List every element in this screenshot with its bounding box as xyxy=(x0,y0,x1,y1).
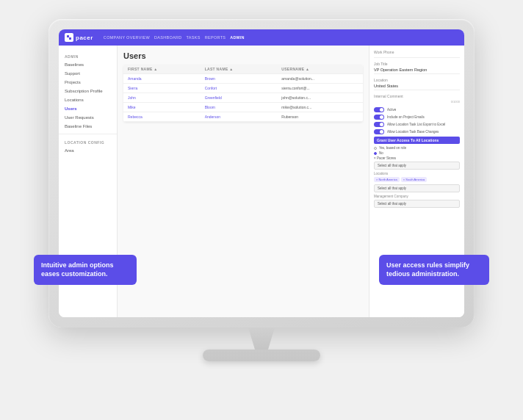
toggle-export-label: Allow Location Task List Export to Excel xyxy=(387,123,445,126)
col-firstname[interactable]: FIRST NAME ▲ xyxy=(128,67,205,71)
sidebar-item-user-requests[interactable]: User Requests xyxy=(59,113,117,122)
sidebar-item-projects[interactable]: Projects xyxy=(59,78,117,87)
cell-firstname-4: Rebecca xyxy=(128,115,205,119)
cell-username-0: amanda@solution... xyxy=(281,76,358,81)
col-lastname[interactable]: LAST NAME ▲ xyxy=(205,67,282,71)
management-dropdown[interactable]: Select all that apply xyxy=(374,200,460,208)
radio-yes-dot[interactable] xyxy=(374,147,377,150)
toggle-export[interactable]: Allow Location Task List Export to Excel xyxy=(374,122,460,127)
sidebar-divider xyxy=(59,134,117,134)
monitor-body: pacer COMPANY OVERVIEW DASHBOARD TASKS R… xyxy=(48,19,475,327)
cell-firstname-3: Mike xyxy=(128,105,205,109)
job-title-value[interactable]: VP Operation Eastern Region xyxy=(374,68,460,74)
callout-left: Intuitive admin options eases customizat… xyxy=(34,255,137,285)
nav-company-overview[interactable]: COMPANY OVERVIEW xyxy=(104,35,150,40)
radio-no-label: No xyxy=(379,151,383,155)
cell-firstname-0: Amanda xyxy=(128,76,205,81)
internal-comment-label: Internal Comment xyxy=(374,94,460,98)
cell-username-1: sierra.confort@... xyxy=(281,86,358,90)
toggle-project-emails-label: Include on Project Emails xyxy=(387,115,425,119)
sidebar-item-locations[interactable]: Locations xyxy=(59,95,117,104)
nav-logo-text: pacer xyxy=(76,35,93,41)
svg-rect-1 xyxy=(69,37,71,40)
work-phone-group: Work Phone xyxy=(374,50,460,58)
radio-no[interactable]: No xyxy=(374,151,460,155)
cell-lastname-4: Anderson xyxy=(205,115,282,119)
grant-stores-label: × Pacer Stores xyxy=(374,156,460,160)
location-group: Location United States xyxy=(374,78,460,90)
table-row[interactable]: Rebecca Anderson Rubenson xyxy=(123,112,363,122)
nav-admin[interactable]: ADMIN xyxy=(230,35,245,40)
users-panel: Users FIRST NAME ▲ LAST NAME ▲ USERNAME … xyxy=(118,46,369,317)
cell-username-4: Rubenson xyxy=(281,115,358,119)
radio-no-dot[interactable] xyxy=(374,152,377,155)
toggle-project-emails[interactable]: Include on Project Emails xyxy=(374,115,460,120)
table-row[interactable]: Mike Bloom mike@solution.c... xyxy=(123,103,363,112)
sidebar-item-baselines[interactable]: Baselines xyxy=(59,60,117,69)
col-username[interactable]: USERNAME ▲ xyxy=(281,67,358,71)
toggle-task-changes-switch[interactable] xyxy=(374,129,384,134)
users-title: Users xyxy=(123,51,363,60)
grant-access-header: Grant User Access To All Locations xyxy=(374,137,460,144)
toggle-export-switch[interactable] xyxy=(374,122,384,127)
char-count: 0/1000 xyxy=(451,100,460,104)
tag-south-america[interactable]: × South America xyxy=(401,177,427,182)
nav-reports[interactable]: REPORTS xyxy=(205,35,226,40)
nav-tasks[interactable]: TASKS xyxy=(187,35,201,40)
work-phone-label: Work Phone xyxy=(374,50,460,54)
nav-links: COMPANY OVERVIEW DASHBOARD TASKS REPORTS… xyxy=(104,35,245,40)
table-row[interactable]: Amanda Brown amanda@solution... xyxy=(123,74,363,84)
radio-yes[interactable]: Yes, based on role xyxy=(374,146,460,150)
nav-dashboard[interactable]: DASHBOARD xyxy=(154,35,182,40)
radio-yes-label: Yes, based on role xyxy=(379,146,406,150)
sidebar-item-subscription[interactable]: Subscription Profile xyxy=(59,87,117,95)
location-label: Location xyxy=(374,78,460,82)
sidebar-item-users[interactable]: Users xyxy=(59,104,117,113)
sidebar-item-support[interactable]: Support xyxy=(59,69,117,78)
job-title-label: Job Title xyxy=(374,62,460,66)
cell-firstname-1: Sierra xyxy=(128,86,205,90)
table-row[interactable]: John Greenfield john@solution.c... xyxy=(123,93,363,103)
location-tags: × North America × South America xyxy=(374,177,460,182)
internal-comment-group: Internal Comment 0/1000 xyxy=(374,94,460,104)
tag-north-america[interactable]: × North America xyxy=(374,177,400,182)
cell-firstname-2: John xyxy=(128,95,205,100)
nav-logo: pacer xyxy=(65,33,93,42)
toggle-project-emails-switch[interactable] xyxy=(374,115,384,120)
cell-lastname-3: Bloom xyxy=(205,105,282,109)
svg-rect-0 xyxy=(67,35,69,37)
management-company-label: Management Company xyxy=(374,195,460,198)
users-table: FIRST NAME ▲ LAST NAME ▲ USERNAME ▲ Aman… xyxy=(123,65,363,122)
table-header: FIRST NAME ▲ LAST NAME ▲ USERNAME ▲ xyxy=(123,65,363,74)
sidebar-admin-label: ADMIN xyxy=(59,51,117,60)
locations-label: Locations xyxy=(374,172,460,175)
cell-lastname-2: Greenfield xyxy=(205,95,282,100)
callout-right-text: User access rules simplify tedious admin… xyxy=(386,261,469,278)
sidebar-location-config-label: LOCATION CONFIG xyxy=(59,137,117,146)
table-row[interactable]: Sierra Confort sierra.confort@... xyxy=(123,84,363,93)
monitor-neck xyxy=(239,327,284,350)
stores-dropdown[interactable]: Select all that apply xyxy=(374,162,460,170)
monitor-wrapper: pacer COMPANY OVERVIEW DASHBOARD TASKS R… xyxy=(41,19,482,401)
cell-lastname-1: Confort xyxy=(205,86,282,90)
cell-username-3: mike@solution.c... xyxy=(281,105,358,109)
location-value[interactable]: United States xyxy=(374,84,460,90)
toggle-active-switch[interactable] xyxy=(374,107,384,112)
callout-right: User access rules simplify tedious admin… xyxy=(379,255,489,285)
pacer-logo-icon xyxy=(65,33,73,42)
work-phone-value[interactable] xyxy=(374,56,460,58)
toggle-active-label: Active xyxy=(387,108,396,112)
top-nav: pacer COMPANY OVERVIEW DASHBOARD TASKS R… xyxy=(59,29,464,46)
toggle-active[interactable]: Active xyxy=(374,107,460,112)
toggle-task-changes[interactable]: Allow Location Task Base Changes xyxy=(374,129,460,134)
cell-username-2: john@solution.c... xyxy=(281,95,358,100)
location-dropdown[interactable]: Select all that apply xyxy=(374,184,460,192)
job-title-group: Job Title VP Operation Eastern Region xyxy=(374,62,460,74)
sidebar-item-baseline-files[interactable]: Baseline Files xyxy=(59,122,117,131)
cell-lastname-0: Brown xyxy=(205,76,282,81)
toggle-task-changes-label: Allow Location Task Base Changes xyxy=(387,130,439,134)
monitor-stand xyxy=(203,350,320,361)
callout-left-text: Intuitive admin options eases customizat… xyxy=(41,261,114,278)
sidebar-item-area[interactable]: Area xyxy=(59,146,117,155)
